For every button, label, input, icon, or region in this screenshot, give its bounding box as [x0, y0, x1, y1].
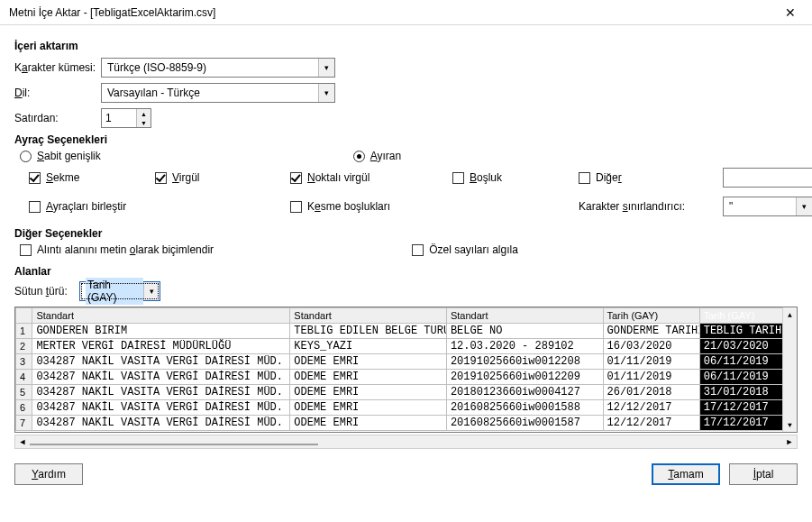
checkbox-icon [412, 244, 424, 256]
table-row[interactable]: 7034287 NAKİL VASITA VERGİ DAİRESİ MÜD.O… [16, 416, 797, 431]
checkbox-icon [452, 172, 464, 184]
table-cell: 01/11/2019 [603, 354, 699, 370]
window-title: Metni İçe Aktar - [TebligatExcelAktarim.… [9, 6, 774, 19]
scroll-right-icon[interactable]: ► [782, 437, 797, 446]
table-cell: 20191025660iw0012208 [446, 354, 603, 370]
table-cell: ODEME EMRI [290, 385, 447, 400]
rownum-cell: 4 [16, 370, 32, 385]
scrollbar-horizontal[interactable]: ◄ ► [14, 435, 798, 449]
fromrow-value: 1 [102, 109, 136, 127]
table-cell: GONDEREN BIRIM [32, 324, 290, 339]
rownum-cell: 6 [16, 400, 32, 416]
table-row[interactable]: 5034287 NAKİL VASITA VERGİ DAİRESİ MÜD.O… [16, 385, 797, 400]
table-cell: 20180123660iw0004127 [446, 385, 603, 400]
import-heading: İçeri aktarım [14, 40, 798, 52]
check-tab[interactable]: Sekme [29, 171, 155, 184]
table-cell: 20191025660iw0012209 [446, 370, 603, 385]
table-cell: 12.03.2020 - 289102 [446, 339, 603, 354]
fromrow-spinner[interactable]: 1 ▲ ▼ [101, 108, 151, 128]
chevron-down-icon: ▾ [143, 282, 160, 300]
close-icon[interactable]: ✕ [774, 0, 807, 25]
table-cell: ODEME EMRI [290, 416, 447, 431]
table-cell: KEYS_YAZI [290, 339, 447, 354]
scrollbar-vertical[interactable]: ▲ ▼ [782, 307, 797, 432]
rownum-cell: 5 [16, 385, 32, 400]
ok-button[interactable]: Tamam [652, 463, 720, 485]
scroll-left-icon[interactable]: ◄ [15, 437, 30, 446]
textdelim-value: " [729, 200, 796, 213]
check-detect-special[interactable]: Özel sayıları algıla [412, 243, 518, 256]
spinner-down-icon[interactable]: ▼ [137, 118, 151, 127]
column-header[interactable]: Standart [32, 308, 290, 324]
table-cell: ODEME EMRI [290, 354, 447, 370]
radio-delimited[interactable]: Ayıran [353, 150, 401, 162]
table-cell: 12/12/2017 [603, 416, 699, 431]
fromrow-label: Satırdan: [14, 112, 101, 124]
column-header[interactable]: Standart [290, 308, 447, 324]
preview-table[interactable]: StandartStandartStandartTarih (GAY)Tarih… [14, 307, 798, 433]
checkbox-icon [155, 172, 167, 184]
lang-value: Varsayılan - Türkçe [107, 87, 318, 99]
table-cell: MERTER VERGİ DAİRESİ MÜDÜRLÜĞÜ [32, 339, 290, 354]
rownum-header [16, 308, 32, 324]
table-cell: 12/12/2017 [603, 400, 699, 416]
checkbox-icon [579, 172, 590, 184]
checkbox-icon [290, 201, 302, 213]
table-row[interactable]: 2MERTER VERGİ DAİRESİ MÜDÜRLÜĞÜKEYS_YAZI… [16, 339, 797, 354]
check-semicolon[interactable]: Noktalı virgül [290, 171, 452, 184]
table-cell: 034287 NAKİL VASITA VERGİ DAİRESİ MÜD. [32, 354, 290, 370]
check-other[interactable]: Diğer [579, 171, 723, 184]
table-cell: 034287 NAKİL VASITA VERGİ DAİRESİ MÜD. [32, 416, 290, 431]
separator-heading: Ayraç Seçenekleri [14, 133, 107, 146]
rownum-cell: 1 [16, 324, 32, 339]
titlebar: Metni İçe Aktar - [TebligatExcelAktarim.… [0, 0, 812, 25]
table-row[interactable]: 3034287 NAKİL VASITA VERGİ DAİRESİ MÜD.O… [16, 354, 797, 370]
check-merge[interactable]: Ayraçları birleştir [29, 200, 155, 213]
coltype-combo[interactable]: Tarih (GAY) ▾ [79, 281, 160, 301]
coltype-label: Sütun türü: [14, 285, 79, 298]
rownum-cell: 2 [16, 339, 32, 354]
table-cell: ODEME EMRI [290, 370, 447, 385]
table-cell: 034287 NAKİL VASITA VERGİ DAİRESİ MÜD. [32, 385, 290, 400]
scroll-thumb[interactable] [30, 444, 318, 445]
column-header[interactable]: Standart [446, 308, 603, 324]
radio-fixed-width[interactable]: Sabit genişlik [20, 150, 101, 162]
table-row[interactable]: 4034287 NAKİL VASITA VERGİ DAİRESİ MÜD.O… [16, 370, 797, 385]
table-cell: 20160825660iw0001587 [446, 416, 603, 431]
charset-label: Karakter kümesi: [14, 61, 101, 74]
table-row[interactable]: 6034287 NAKİL VASITA VERGİ DAİRESİ MÜD.O… [16, 400, 797, 416]
lang-label: Dil: [14, 87, 101, 99]
check-comma[interactable]: Virgül [155, 171, 290, 184]
check-quoted-as-text[interactable]: Alıntı alanını metin olarak biçimlendir [20, 243, 214, 256]
rownum-cell: 7 [16, 416, 32, 431]
charset-combo[interactable]: Türkçe (ISO-8859-9) ▾ [101, 58, 335, 78]
table-cell: 20160825660iw0001588 [446, 400, 603, 416]
table-cell: 26/01/2018 [603, 385, 699, 400]
help-button[interactable]: Yardım [14, 463, 83, 485]
cancel-button[interactable]: İptal [729, 463, 798, 485]
spinner-up-icon[interactable]: ▲ [137, 109, 151, 118]
scroll-up-icon[interactable]: ▲ [783, 307, 797, 322]
chevron-down-icon: ▾ [318, 84, 334, 102]
radio-icon [353, 151, 365, 162]
coltype-value: Tarih (GAY) [86, 278, 143, 305]
table-cell: BELGE NO [446, 324, 603, 339]
checkbox-icon [29, 172, 41, 184]
check-space[interactable]: Boşluk [452, 171, 579, 184]
lang-combo[interactable]: Varsayılan - Türkçe ▾ [101, 83, 335, 103]
scroll-down-icon[interactable]: ▼ [783, 417, 797, 432]
textdelim-combo[interactable]: " ▾ [723, 197, 812, 216]
chevron-down-icon: ▾ [796, 197, 812, 215]
table-cell: 034287 NAKİL VASITA VERGİ DAİRESİ MÜD. [32, 400, 290, 416]
charset-value: Türkçe (ISO-8859-9) [107, 61, 318, 74]
column-header[interactable]: Tarih (GAY) [603, 308, 699, 324]
other-delim-input[interactable] [723, 168, 812, 188]
table-row[interactable]: 1GONDEREN BIRIMTEBLIG EDILEN BELGE TURUB… [16, 324, 797, 339]
check-trim[interactable]: Kesme boşlukları [290, 200, 452, 213]
table-cell: ODEME EMRI [290, 400, 447, 416]
rownum-cell: 3 [16, 354, 32, 370]
chevron-down-icon: ▾ [318, 59, 334, 77]
table-cell: 01/11/2019 [603, 370, 699, 385]
radio-icon [20, 151, 32, 162]
checkbox-icon [290, 172, 302, 184]
